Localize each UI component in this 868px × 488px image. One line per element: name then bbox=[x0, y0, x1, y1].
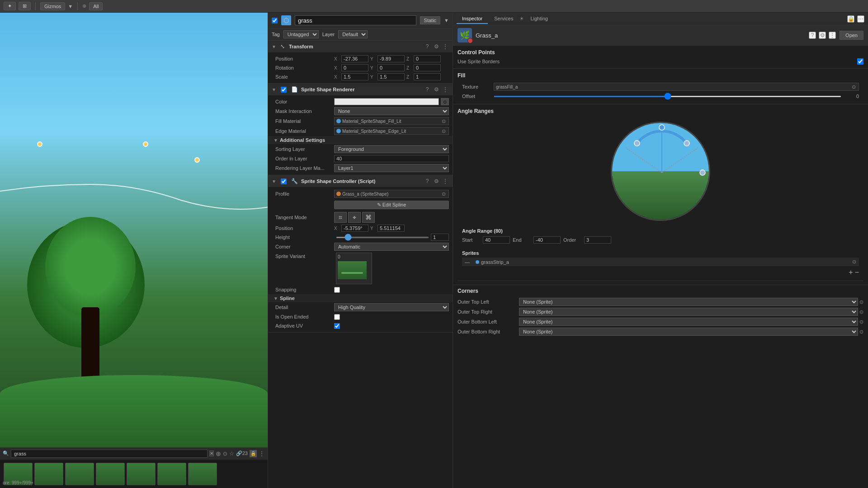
tangent-btn-3[interactable]: ⌘ bbox=[362, 212, 375, 223]
profile-ref[interactable]: Grass_a (SpriteShape) ⊙ bbox=[334, 190, 449, 198]
edge-material-ref-btn[interactable]: ⊙ bbox=[440, 128, 447, 134]
tab-services[interactable]: Services bbox=[489, 14, 519, 24]
transform-header[interactable]: ▼ ⤡ Transform ? ⚙ ⋮ bbox=[268, 41, 453, 52]
height-slider[interactable] bbox=[336, 237, 429, 238]
scale-z-input[interactable] bbox=[414, 73, 441, 80]
lock-btn[interactable]: 🔒 bbox=[250, 450, 257, 457]
control-point-3[interactable] bbox=[194, 157, 200, 163]
corner-select[interactable]: Automatic bbox=[334, 243, 449, 251]
rot-y-input[interactable] bbox=[377, 64, 405, 71]
thumbnail-6[interactable] bbox=[157, 463, 186, 485]
ssc-settings-btn[interactable]: ⚙ bbox=[433, 178, 440, 185]
asset-more-btn[interactable]: ⋮ bbox=[829, 32, 836, 39]
asset-help-btn[interactable]: ? bbox=[809, 32, 816, 39]
tag-select[interactable]: Untagged bbox=[283, 30, 319, 38]
more-tab-btn[interactable]: ⋯ bbox=[857, 15, 864, 23]
ssc-active-checkbox[interactable] bbox=[281, 178, 287, 184]
ssr-help-btn[interactable]: ? bbox=[424, 86, 431, 93]
open-ended-checkbox[interactable] bbox=[334, 314, 340, 320]
thumbnail-3[interactable] bbox=[65, 463, 94, 485]
ssc-more-btn[interactable]: ⋮ bbox=[442, 178, 449, 185]
spline-section-header[interactable]: ▼ Spline bbox=[268, 294, 453, 302]
mask-select[interactable]: None bbox=[334, 107, 449, 115]
angle-end-input[interactable] bbox=[533, 236, 561, 244]
ssc-help-btn[interactable]: ? bbox=[424, 178, 431, 185]
additional-settings-header[interactable]: ▼ Additional Settings bbox=[268, 136, 453, 144]
outer-top-right-select[interactable]: None (Sprite) bbox=[519, 308, 858, 316]
detail-select[interactable]: High Quality bbox=[334, 303, 449, 311]
outer-bottom-left-ref-btn[interactable]: ⊙ bbox=[859, 319, 863, 325]
color-swatch[interactable] bbox=[334, 98, 439, 105]
bookmark-btn[interactable]: ⊙ bbox=[223, 450, 227, 457]
outer-bottom-right-select[interactable]: None (Sprite) bbox=[519, 328, 858, 336]
asset-settings-btn[interactable]: ⚙ bbox=[819, 32, 826, 39]
edit-spline-btn[interactable]: ✎ Edit Spline bbox=[334, 201, 449, 209]
rendering-layer-select[interactable]: Layer1 bbox=[334, 164, 449, 172]
fill-material-ref[interactable]: Material_SpriteShape_Fill_Lit ⊙ bbox=[334, 117, 449, 125]
pos-x-input[interactable] bbox=[341, 55, 368, 62]
ssr-settings-btn[interactable]: ⚙ bbox=[433, 86, 440, 93]
tab-inspector[interactable]: Inspector bbox=[457, 14, 488, 24]
tool-btn-rect[interactable]: ⊞ bbox=[19, 2, 31, 10]
thumbnail-4[interactable] bbox=[96, 463, 125, 485]
rot-x-input[interactable] bbox=[341, 64, 368, 71]
sprite-add-btn[interactable]: + bbox=[849, 268, 853, 277]
ssr-active-checkbox[interactable] bbox=[281, 87, 287, 93]
thumbnail-2[interactable] bbox=[34, 463, 63, 485]
rot-z-input[interactable] bbox=[414, 64, 441, 71]
tangent-btn-1[interactable]: ⌗ bbox=[334, 212, 347, 223]
tab-lighting[interactable]: Lighting bbox=[525, 14, 553, 24]
transform-help-btn[interactable]: ? bbox=[424, 43, 431, 50]
scale-y-input[interactable] bbox=[377, 73, 405, 80]
sprite-variant-box[interactable]: 0 bbox=[336, 253, 372, 284]
control-point-1[interactable] bbox=[37, 141, 42, 147]
thumbnail-7[interactable] bbox=[188, 463, 217, 485]
static-btn[interactable]: Static bbox=[420, 16, 441, 24]
outer-top-left-ref-btn[interactable]: ⊙ bbox=[859, 299, 863, 305]
transform-settings-btn[interactable]: ⚙ bbox=[433, 43, 440, 50]
ssr-header[interactable]: ▼ 📄 Sprite Shape Renderer ? ⚙ ⋮ bbox=[268, 84, 453, 95]
open-btn[interactable]: Open bbox=[840, 31, 863, 40]
pos-z-input[interactable] bbox=[414, 55, 441, 62]
fill-material-ref-btn[interactable]: ⊙ bbox=[440, 118, 447, 124]
static-dropdown[interactable]: ▼ bbox=[444, 18, 449, 23]
ssc-pos-y-input[interactable] bbox=[377, 225, 405, 232]
cursor-btn[interactable]: ⊕ bbox=[216, 450, 221, 457]
scene-background[interactable] bbox=[0, 13, 268, 488]
layer-select[interactable]: Default bbox=[338, 30, 368, 38]
transform-more-btn[interactable]: ⋮ bbox=[442, 43, 449, 50]
profile-ref-btn[interactable]: ⊙ bbox=[440, 191, 447, 197]
outer-bottom-right-ref-btn[interactable]: ⊙ bbox=[859, 329, 863, 335]
offset-slider[interactable] bbox=[494, 96, 841, 97]
star-btn[interactable]: ☆ bbox=[229, 450, 234, 457]
obj-active-checkbox[interactable] bbox=[272, 18, 278, 23]
order-layer-input[interactable] bbox=[334, 155, 449, 162]
outer-top-right-ref-btn[interactable]: ⊙ bbox=[859, 309, 863, 315]
control-point-2[interactable] bbox=[143, 141, 148, 147]
gizmos-dropdown[interactable]: ▼ bbox=[68, 4, 73, 9]
color-picker-btn[interactable]: ⊙ bbox=[441, 98, 449, 105]
texture-ref[interactable]: grassFill_a ⊙ bbox=[494, 83, 859, 91]
ssc-pos-x-input[interactable] bbox=[341, 225, 368, 232]
texture-ref-btn[interactable]: ⊙ bbox=[850, 84, 857, 90]
adaptive-uv-checkbox[interactable] bbox=[334, 323, 340, 329]
angle-order-input[interactable] bbox=[584, 236, 611, 244]
outer-top-left-select[interactable]: None (Sprite) bbox=[519, 298, 858, 306]
sorting-layer-select[interactable]: Foreground bbox=[334, 145, 449, 153]
pos-y-input[interactable] bbox=[377, 55, 405, 62]
ssr-more-btn[interactable]: ⋮ bbox=[442, 86, 449, 93]
clear-search-btn[interactable]: ✕ bbox=[209, 450, 214, 456]
gizmos-btn[interactable]: Gizmos bbox=[40, 2, 65, 10]
thumbnail-5[interactable] bbox=[127, 463, 156, 485]
all-btn[interactable]: All bbox=[89, 2, 103, 10]
outer-bottom-left-select[interactable]: None (Sprite) bbox=[519, 318, 858, 326]
edge-material-ref[interactable]: Material_SpriteShape_Edge_Lit ⊙ bbox=[334, 127, 449, 135]
scene-search-input[interactable] bbox=[11, 450, 208, 458]
menu-btn[interactable]: ⋮ bbox=[259, 450, 265, 457]
ssc-header[interactable]: ▼ 🔧 Sprite Shape Controller (Script) ? ⚙… bbox=[268, 175, 453, 187]
tangent-btn-2[interactable]: ⌖ bbox=[348, 212, 361, 223]
obj-name-input[interactable] bbox=[295, 15, 416, 25]
use-sprite-borders-checkbox[interactable] bbox=[857, 58, 863, 65]
sprite-ref-btn[interactable]: ⊙ bbox=[852, 259, 856, 265]
tool-btn-transform[interactable]: ✦ bbox=[4, 2, 16, 10]
